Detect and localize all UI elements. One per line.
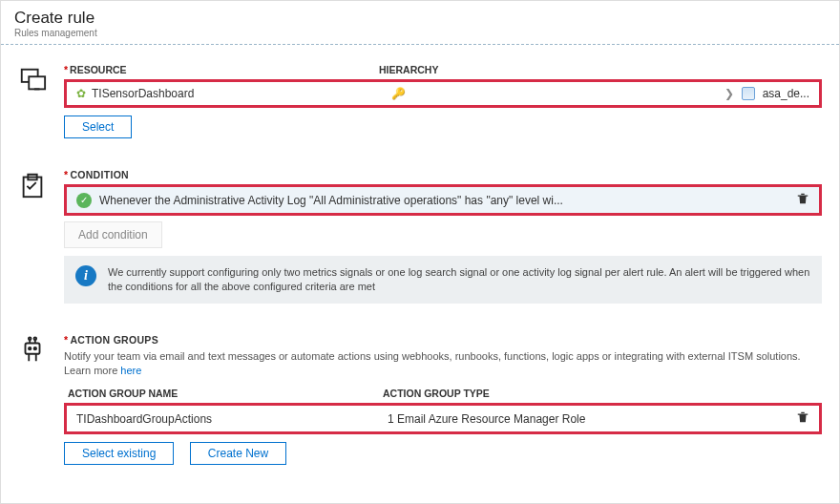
- condition-info: i We currently support configuring only …: [64, 256, 822, 304]
- resource-name: TISensorDashboard: [92, 87, 194, 100]
- resource-target: asa_de...: [763, 87, 809, 100]
- svg-point-5: [29, 347, 31, 349]
- action-groups-desc: Notify your team via email and text mess…: [64, 349, 822, 379]
- hierarchy-label: HIERARCHY: [379, 64, 822, 75]
- condition-text: Whenever the Administrative Activity Log…: [99, 194, 563, 207]
- svg-point-10: [29, 337, 32, 340]
- svg-rect-1: [29, 76, 45, 89]
- resource-label: RESOURCE: [70, 64, 127, 75]
- blade-header: Create rule Rules management: [1, 1, 839, 45]
- action-groups-icon: [18, 334, 51, 466]
- resource-icon: [18, 64, 51, 138]
- create-new-button[interactable]: Create New: [190, 442, 286, 465]
- learn-more-link[interactable]: here: [120, 365, 141, 376]
- action-group-name: TIDashboardGroupActions: [76, 412, 388, 426]
- add-condition-button[interactable]: Add condition: [64, 221, 162, 248]
- select-resource-button[interactable]: Select: [64, 116, 132, 138]
- resource-section: *RESOURCE HIERARCHY ✿ TISensorDashboard …: [18, 64, 822, 138]
- condition-section: *CONDITION ✓ Whenever the Administrative…: [18, 169, 822, 304]
- key-icon: 🔑: [391, 87, 406, 100]
- page-subtitle: Rules management: [14, 28, 826, 38]
- col-name: ACTION GROUP NAME: [68, 388, 383, 399]
- svg-point-6: [34, 347, 36, 349]
- svg-point-12: [34, 337, 37, 340]
- action-groups-section: *ACTION GROUPS Notify your team via emai…: [18, 334, 822, 466]
- check-icon: ✓: [76, 193, 92, 208]
- col-type: ACTION GROUP TYPE: [383, 388, 822, 399]
- action-group-row[interactable]: TIDashboardGroupActions 1 Email Azure Re…: [64, 403, 822, 434]
- delete-condition-button[interactable]: [796, 192, 809, 208]
- action-groups-label: ACTION GROUPS: [70, 334, 158, 346]
- delete-action-group-button[interactable]: [796, 410, 809, 427]
- svg-rect-4: [26, 343, 40, 353]
- resource-row[interactable]: ✿ TISensorDashboard 🔑 ❯ asa_de...: [64, 79, 822, 108]
- select-existing-button[interactable]: Select existing: [64, 442, 174, 465]
- condition-icon: [18, 169, 51, 304]
- condition-label: CONDITION: [70, 169, 129, 180]
- app-service-icon: ✿: [76, 87, 86, 100]
- page-title: Create rule: [14, 9, 826, 28]
- action-group-table-header: ACTION GROUP NAME ACTION GROUP TYPE: [68, 388, 822, 399]
- condition-row[interactable]: ✓ Whenever the Administrative Activity L…: [64, 184, 822, 216]
- chevron-right-icon: ❯: [724, 87, 734, 100]
- condition-info-text: We currently support configuring only tw…: [108, 265, 810, 294]
- action-group-type: 1 Email Azure Resource Manager Role: [388, 412, 796, 426]
- info-icon: i: [75, 265, 96, 286]
- stream-analytics-icon: [742, 87, 755, 100]
